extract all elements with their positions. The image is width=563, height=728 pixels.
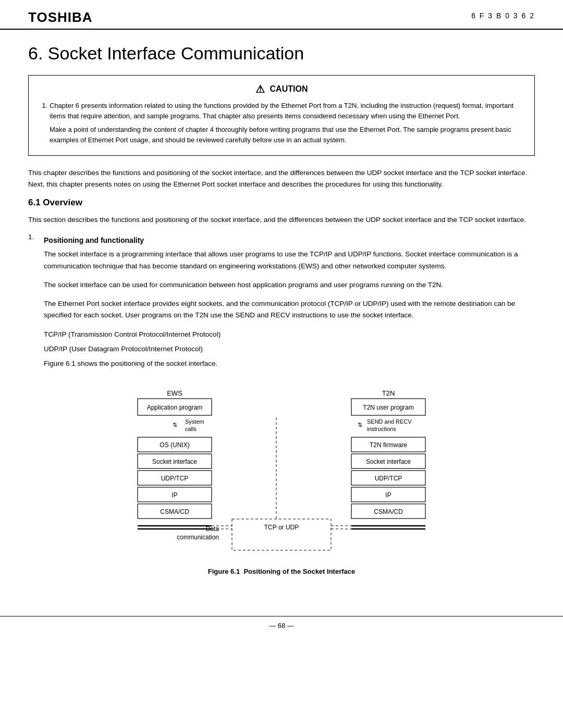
item-1: 1. Positioning and functionality The soc… bbox=[28, 233, 535, 377]
page-number: — 68 — bbox=[269, 622, 294, 630]
section-6-1-heading: 6.1 Overview bbox=[28, 198, 535, 208]
caution-box: ⚠ CAUTION Chapter 6 presents information… bbox=[28, 75, 535, 156]
item-1-number: 1. bbox=[28, 233, 38, 377]
figure-ref: Figure 6.1 shows the positioning of the … bbox=[44, 358, 535, 369]
svg-text:Socket interface: Socket interface bbox=[152, 458, 197, 465]
svg-text:IP: IP bbox=[172, 491, 177, 499]
caution-item-1-main: Chapter 6 presents information related t… bbox=[50, 102, 513, 120]
item-1-para-3: The Ethernet Port socket interface provi… bbox=[44, 298, 535, 322]
svg-text:CSMA/CD: CSMA/CD bbox=[374, 508, 403, 515]
caution-item-1: Chapter 6 presents information related t… bbox=[50, 101, 525, 146]
item-1-heading: Positioning and functionality bbox=[44, 236, 535, 244]
caution-item-1-sub: Make a point of understanding the conten… bbox=[50, 125, 525, 145]
proto-udpip: UDP/IP (User Datagram Protocol/Internet … bbox=[44, 343, 535, 355]
svg-text:instructions: instructions bbox=[367, 426, 396, 432]
svg-text:UDP/TCP: UDP/TCP bbox=[161, 475, 189, 482]
svg-text:⇅: ⇅ bbox=[173, 422, 177, 428]
svg-text:CSMA/CD: CSMA/CD bbox=[160, 508, 189, 515]
svg-text:T2N user program: T2N user program bbox=[363, 404, 413, 411]
svg-text:Socket interface: Socket interface bbox=[366, 458, 411, 465]
caution-list: Chapter 6 presents information related t… bbox=[38, 101, 525, 146]
section-6-1-body: This section describes the functions and… bbox=[28, 214, 535, 226]
svg-text:Application program: Application program bbox=[147, 404, 203, 411]
figure-6-1: EWS T2N Application program ⇅ System cal… bbox=[28, 386, 535, 575]
intro-paragraph: This chapter describes the functions and… bbox=[28, 167, 535, 191]
svg-text:communication: communication bbox=[177, 534, 219, 541]
footer: — 68 — bbox=[0, 616, 563, 634]
svg-text:SEND and RECV: SEND and RECV bbox=[367, 418, 412, 425]
figure-diagram: EWS T2N Application program ⇅ System cal… bbox=[99, 386, 464, 563]
ews-label: EWS bbox=[167, 389, 182, 397]
toshiba-logo: TOSHIBA bbox=[28, 9, 93, 26]
figure-caption: Figure 6.1 Positioning of the Socket Int… bbox=[208, 567, 355, 575]
svg-text:UDP/TCP: UDP/TCP bbox=[375, 475, 402, 482]
svg-text:OS (UNIX): OS (UNIX) bbox=[160, 441, 189, 449]
svg-text:System: System bbox=[185, 418, 204, 425]
doc-number: 6 F 3 B 0 3 6 2 bbox=[471, 9, 535, 20]
main-content: 6. Socket Interface Communication ⚠ CAUT… bbox=[0, 30, 563, 600]
caution-header: ⚠ CAUTION bbox=[38, 83, 525, 95]
page: TOSHIBA 6 F 3 B 0 3 6 2 6. Socket Interf… bbox=[0, 0, 563, 728]
caution-icon: ⚠ bbox=[255, 83, 265, 95]
proto-tcpip: TCP/IP (Transmission Control Protocol/In… bbox=[44, 329, 535, 340]
header: TOSHIBA 6 F 3 B 0 3 6 2 bbox=[0, 0, 563, 30]
figure-caption-text: Positioning of the Socket Interface bbox=[243, 567, 355, 575]
item-1-para-1: The socket interface is a programming in… bbox=[44, 249, 535, 272]
chapter-title: 6. Socket Interface Communication bbox=[28, 43, 535, 64]
t2n-label: T2N bbox=[382, 389, 395, 397]
item-1-para-2: The socket interface can be used for com… bbox=[44, 279, 535, 291]
svg-text:T2N firmware: T2N firmware bbox=[370, 441, 407, 449]
svg-text:TCP or UDP: TCP or UDP bbox=[264, 524, 299, 531]
svg-text:⇅: ⇅ bbox=[358, 422, 362, 428]
svg-text:calls: calls bbox=[185, 426, 197, 432]
caution-label: CAUTION bbox=[270, 84, 308, 94]
item-1-content: Positioning and functionality The socket… bbox=[44, 233, 535, 377]
svg-text:IP: IP bbox=[385, 491, 391, 499]
figure-number: Figure 6.1 bbox=[208, 567, 240, 575]
